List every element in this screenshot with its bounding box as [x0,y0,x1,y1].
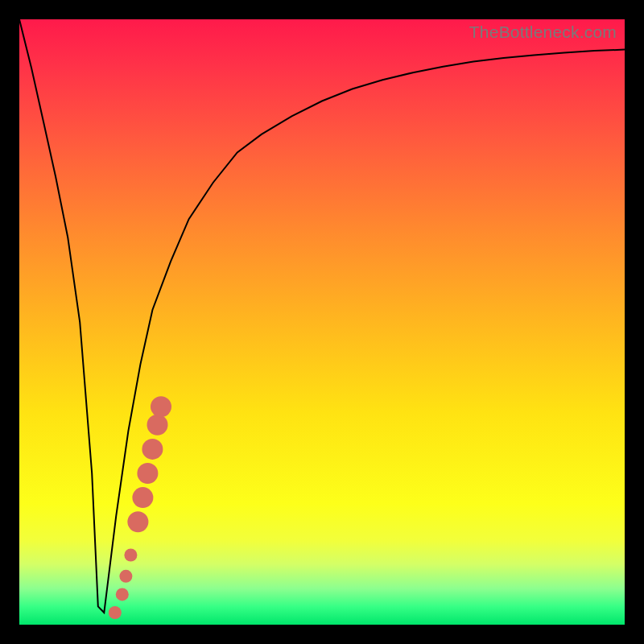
exclamation-dot [127,511,148,532]
bottleneck-curve [19,19,625,613]
chart-frame: TheBottleneck.com [0,0,644,644]
exclamation-dot [147,415,168,436]
exclamation-dot [119,570,132,583]
exclamation-dot [137,463,158,484]
exclamation-dot [116,588,129,601]
exclamation-dot [132,487,153,508]
exclamation-dot [142,439,163,460]
exclamation-dot [124,549,137,562]
exclamation-dot [151,396,171,417]
curve-layer [19,19,625,625]
plot-area: TheBottleneck.com [19,19,625,625]
exclamation-dot [109,606,122,619]
